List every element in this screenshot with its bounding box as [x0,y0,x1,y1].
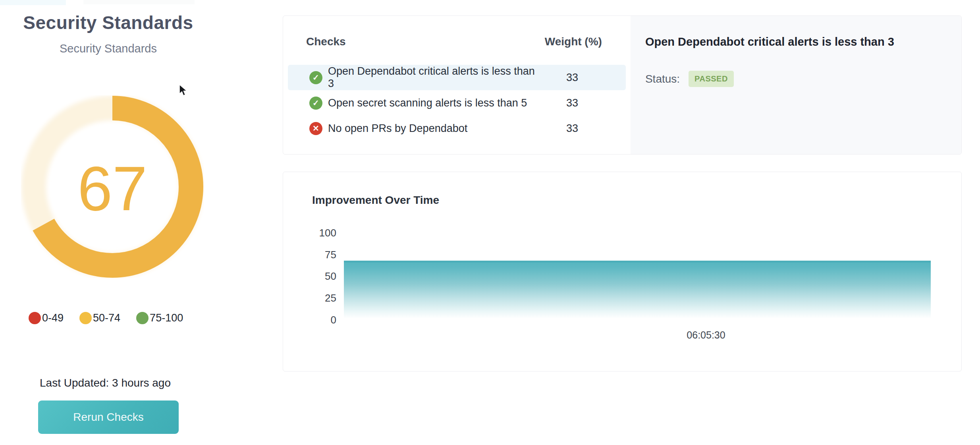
rerun-checks-button[interactable]: Rerun Checks [38,400,179,434]
improvement-chart-card: Improvement Over Time 100 75 50 25 0 06:… [283,172,962,371]
x-tick-time: 06:05:30 [666,329,746,341]
check-row-label: Open secret scanning alerts is less than… [328,97,542,109]
legend-dot-green [136,312,149,324]
checks-table-header: Checks Weight (%) [283,35,631,48]
legend-dot-red [29,312,41,324]
check-row-weight: 33 [542,97,602,109]
score-gauge: 67 [21,95,204,278]
last-updated-text: Last Updated: 3 hours ago [40,377,171,389]
check-failed-icon: ✕ [309,122,322,135]
legend-item-low: 0-49 [29,312,64,324]
check-passed-icon: ✓ [309,97,322,110]
weight-column-header: Weight (%) [542,35,602,48]
legend-label: 50-74 [93,312,120,324]
check-detail-title: Open Dependabot critical alerts is less … [645,35,945,48]
chart-area-series [344,261,931,319]
y-tick-50: 50 [299,270,336,282]
check-detail-panel: Open Dependabot critical alerts is less … [631,16,961,154]
page-subtitle: Security Standards [0,42,216,55]
checks-rows: ✓ Open Dependabot critical alerts is les… [283,65,631,141]
check-detail-status-row: Status: PASSED [645,71,945,87]
check-row-open-prs[interactable]: ✕ No open PRs by Dependabot 33 [288,116,626,141]
score-legend: 0-49 50-74 75-100 [29,312,183,324]
mouse-cursor [178,84,190,97]
checks-card: Checks Weight (%) ✓ Open Dependabot crit… [283,15,962,155]
checks-column-header: Checks [306,35,346,48]
status-badge: PASSED [689,71,734,87]
check-row-weight: 33 [542,72,602,84]
check-row-secret-scanning[interactable]: ✓ Open secret scanning alerts is less th… [288,90,626,116]
page-title: Security Standards [0,12,216,33]
y-tick-0: 0 [299,314,336,326]
legend-dot-yellow [79,312,92,324]
gauge-score-value: 67 [21,95,204,278]
legend-label: 0-49 [42,312,64,324]
check-row-label: No open PRs by Dependabot [328,122,542,135]
y-tick-75: 75 [299,249,336,261]
top-edge-strip-2 [83,0,195,4]
chart-y-axis: 100 75 50 25 0 [299,172,336,371]
legend-item-mid: 50-74 [79,312,120,324]
status-label: Status: [645,73,680,85]
check-row-label: Open Dependabot critical alerts is less … [328,65,542,90]
y-tick-25: 25 [299,292,336,304]
page-header: Security Standards Security Standards [0,12,216,55]
chart-plot-area [344,232,931,319]
y-tick-100: 100 [299,227,336,239]
top-edge-strip [0,0,66,5]
check-row-dependabot-critical[interactable]: ✓ Open Dependabot critical alerts is les… [288,65,626,90]
check-passed-icon: ✓ [309,71,322,84]
checks-table: Checks Weight (%) ✓ Open Dependabot crit… [283,16,631,154]
check-row-weight: 33 [542,122,602,135]
legend-item-high: 75-100 [136,312,183,324]
legend-label: 75-100 [150,312,183,324]
